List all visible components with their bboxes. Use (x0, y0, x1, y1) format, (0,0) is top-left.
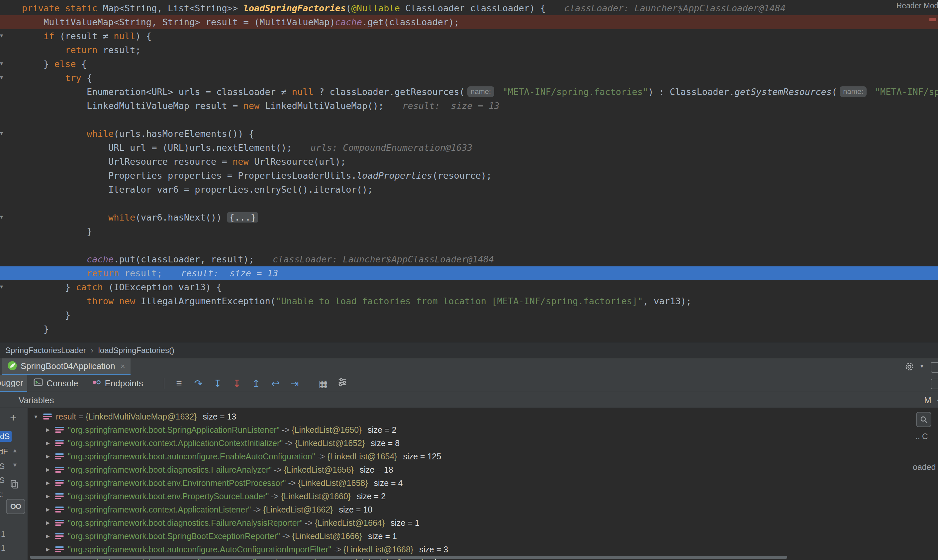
variable-text: {LinkedList@1662} (263, 505, 333, 514)
inline-debug-hint: result: size = 13 (402, 101, 500, 111)
variables-title: Variables (18, 395, 54, 406)
hide-window-icon[interactable] (931, 362, 938, 373)
fold-marker-icon[interactable]: ▾ (0, 60, 5, 66)
chevron-expanded-icon[interactable]: ▼ (31, 414, 41, 420)
toolbar-partial-icon[interactable] (931, 378, 938, 389)
code-line: LinkedMultiValueMap result = new LinkedM… (0, 99, 938, 113)
variable-text: result (56, 412, 76, 422)
chevron-collapsed-icon[interactable]: ▶ (43, 453, 53, 459)
variable-row[interactable]: ▶"org.springframework.boot.autoconfigure… (28, 543, 938, 556)
fold-marker-icon[interactable]: ▾ (0, 284, 5, 290)
toolbar-separator (164, 378, 165, 389)
inline-debug-hint: result: size = 13 (181, 268, 278, 278)
variable-text: -> (269, 492, 281, 501)
chevron-collapsed-icon[interactable]: ▶ (43, 493, 53, 499)
chevron-collapsed-icon[interactable]: ▶ (43, 506, 53, 512)
variable-text: {LinkedList@1658} (298, 478, 368, 488)
variable-text: {LinkedList@1664} (315, 518, 384, 528)
fold-marker-icon[interactable]: ▾ (0, 214, 5, 220)
variable-text: size = 125 (403, 452, 441, 462)
code-line (0, 113, 938, 127)
variable-text: "org.springframework.boot.diagnostics.Fa… (68, 465, 272, 475)
breadcrumb-method[interactable]: loadSpringFactories() (98, 346, 174, 355)
variable-text: size = 2 (357, 492, 386, 501)
horizontal-scrollbar[interactable] (30, 556, 787, 558)
fold-marker-icon[interactable]: ▾ (0, 32, 5, 38)
variable-row[interactable]: ▶"org.springframework.context.Applicatio… (28, 503, 938, 516)
run-tab-label: SpringBoot04Application (21, 361, 115, 371)
chevron-collapsed-icon[interactable]: ▶ (43, 467, 53, 473)
code-lines: private static Map<String, List<String>>… (0, 2, 938, 336)
chevron-collapsed-icon[interactable]: ▶ (43, 546, 53, 552)
left-edge-fragment: S (0, 475, 5, 485)
variable-text: -> (331, 545, 343, 554)
chevron-collapsed-icon[interactable]: ▶ (43, 427, 53, 433)
chevron-collapsed-icon[interactable]: ▶ (43, 533, 53, 539)
variable-row[interactable]: ▶"org.springframework.boot.diagnostics.F… (28, 516, 938, 529)
settings-filter-icon[interactable] (335, 377, 350, 389)
breadcrumb-class[interactable]: SpringFactoriesLoader (5, 346, 86, 355)
code-line: throw new IllegalArgumentException("Unab… (0, 294, 938, 308)
fold-marker-icon[interactable]: ▾ (0, 74, 5, 80)
step-over-icon[interactable]: ↷ (191, 378, 206, 389)
variable-text: "org.springframework.boot.diagnostics.Fa… (68, 518, 303, 528)
copy-icon[interactable] (10, 480, 18, 490)
variable-text: "org.springframework.boot.autoconfigure.… (68, 545, 331, 554)
watch-return-values-toggle[interactable]: OO (6, 499, 25, 514)
variable-text: {LinkedMultiValueMap@1632} (86, 412, 197, 422)
variable-text: {LinkedList@1668} (343, 545, 413, 554)
view-as-table-icon[interactable]: ▦ (316, 378, 331, 389)
code-line: cache.put(classLoader, result);classLoad… (0, 252, 938, 266)
chevron-collapsed-icon[interactable]: ▶ (43, 480, 53, 486)
chevron-collapsed-icon[interactable]: ▶ (43, 440, 53, 446)
variable-row[interactable]: ▶"org.springframework.boot.autoconfigure… (28, 450, 938, 463)
error-stripe-mark[interactable] (929, 18, 936, 21)
tab-endpoints[interactable]: Endpoints (91, 377, 143, 389)
tab-console[interactable]: Console (33, 377, 78, 389)
search-icon[interactable] (916, 412, 931, 427)
variable-text: -> (280, 531, 292, 541)
gear-icon[interactable] (904, 362, 915, 373)
code-line: } (0, 225, 938, 238)
variable-text: -> (272, 465, 284, 475)
move-up-icon[interactable]: ▲ (12, 447, 18, 454)
variable-text: = (76, 412, 86, 422)
code-line: Enumeration<URL> urls = classLoader ≠ nu… (0, 85, 938, 99)
step-into-icon[interactable]: ↧ (210, 378, 225, 389)
move-down-icon[interactable]: ▼ (12, 462, 18, 469)
drop-frame-icon[interactable]: ↩ (268, 378, 283, 389)
variable-text: {LinkedList@1652} (295, 438, 365, 448)
run-config-tab[interactable]: SpringBoot04Application × (2, 358, 131, 375)
layout-menu-icon[interactable]: ≡ (172, 378, 186, 389)
variable-row[interactable]: ▶"org.springframework.boot.SpringApplica… (28, 423, 938, 437)
inline-debug-hint: urls: CompoundEnumeration@1633 (311, 143, 473, 153)
variable-text: -> (283, 438, 295, 448)
debug-toolwindow-header: SpringBoot04Application × ▾ (0, 358, 938, 375)
chevron-down-icon[interactable]: ▾ (920, 362, 923, 370)
add-watch-button[interactable]: + (10, 411, 17, 424)
run-to-cursor-icon[interactable]: ⇥ (287, 378, 302, 389)
left-edge-fragment: dF (0, 447, 8, 456)
code-line: MultiValueMap<String, String> result = (… (0, 15, 938, 29)
value-icon (55, 545, 64, 553)
variable-row[interactable]: ▶"org.springframework.boot.diagnostics.F… (28, 463, 938, 476)
variable-row[interactable]: ▶"org.springframework.boot.env.Environme… (28, 476, 938, 489)
variable-row[interactable]: ▶"org.springframework.boot.SpringBootExc… (28, 529, 938, 543)
fold-marker-icon[interactable]: ▾ (0, 130, 5, 136)
code-line: if (result ≠ null) { (0, 29, 938, 43)
step-out-icon[interactable]: ↥ (249, 378, 263, 389)
close-icon[interactable]: × (121, 362, 125, 371)
variable-row[interactable]: ▶"org.springframework.boot.env.PropertyS… (28, 489, 938, 503)
variable-text: "org.springframework.context.Application… (68, 505, 251, 514)
code-line: } catch (IOException var13) { (0, 280, 938, 294)
right-edge-fragment: oaded (913, 462, 936, 472)
variable-row[interactable]: ▶"org.springframework.context.Applicatio… (28, 437, 938, 450)
tab-debugger[interactable]: Debugger (0, 375, 27, 392)
force-step-into-icon[interactable]: ↧ (229, 378, 244, 389)
variable-row[interactable]: ▼result = {LinkedMultiValueMap@1632}size… (28, 410, 938, 423)
code-editor[interactable]: private static Map<String, List<String>>… (0, 0, 938, 342)
reader-mode-label: Reader Mode (896, 2, 938, 10)
variable-text: size = 4 (374, 478, 403, 488)
variables-tree: ▼result = {LinkedMultiValueMap@1632}size… (28, 408, 938, 560)
chevron-collapsed-icon[interactable]: ▶ (43, 520, 53, 526)
